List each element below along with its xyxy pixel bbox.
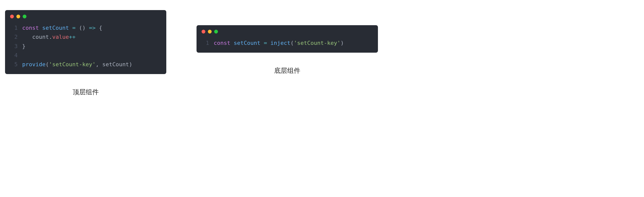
code-line: 5provide('setCount-key', setCount) bbox=[10, 60, 161, 69]
code-line: 2 count.value++ bbox=[10, 32, 161, 42]
code-window-right: 1const setCount = inject('setCount-key') bbox=[197, 25, 378, 53]
code-token bbox=[86, 25, 89, 31]
code-token: 'setCount-key' bbox=[294, 40, 340, 46]
line-number: 1 bbox=[10, 23, 18, 32]
code-token: value bbox=[52, 34, 69, 40]
maximize-icon bbox=[23, 15, 26, 18]
maximize-icon bbox=[214, 30, 218, 34]
caption-right: 底层组件 bbox=[274, 66, 300, 75]
code-token: . bbox=[49, 34, 52, 40]
code-token: { bbox=[99, 25, 102, 31]
code-token bbox=[39, 25, 42, 31]
line-number: 5 bbox=[10, 60, 18, 69]
code-content: count.value++ bbox=[22, 32, 76, 42]
code-token: => bbox=[89, 25, 96, 31]
code-content: const setCount = inject('setCount-key') bbox=[214, 39, 344, 48]
line-number: 4 bbox=[10, 51, 18, 60]
code-token bbox=[22, 34, 32, 40]
code-line: 1const setCount = () => { bbox=[10, 23, 161, 32]
code-token: 'setCount-key' bbox=[49, 61, 95, 68]
code-line: 1const setCount = inject('setCount-key') bbox=[202, 39, 373, 48]
code-token: = bbox=[264, 40, 267, 46]
code-token bbox=[76, 25, 79, 31]
code-token bbox=[95, 25, 99, 31]
code-token: ( bbox=[46, 61, 49, 68]
code-token: () bbox=[79, 25, 86, 31]
close-icon bbox=[202, 30, 205, 34]
code-content: const setCount = () => { bbox=[22, 23, 102, 32]
code-body-right: 1const setCount = inject('setCount-key') bbox=[197, 37, 378, 53]
code-token: count bbox=[32, 34, 49, 40]
line-number: 1 bbox=[202, 39, 209, 48]
close-icon bbox=[10, 15, 14, 18]
line-number: 3 bbox=[10, 42, 18, 51]
code-token: ++ bbox=[69, 34, 76, 40]
code-token: ) bbox=[129, 61, 132, 68]
line-number: 2 bbox=[10, 32, 18, 42]
code-token: const bbox=[214, 40, 230, 46]
code-content: provide('setCount-key', setCount) bbox=[22, 60, 132, 69]
code-token: ) bbox=[340, 40, 344, 46]
right-block: 1const setCount = inject('setCount-key')… bbox=[197, 10, 378, 75]
code-window-left: 1const setCount = () => {2 count.value++… bbox=[5, 10, 166, 74]
code-token bbox=[230, 40, 234, 46]
code-body-left: 1const setCount = () => {2 count.value++… bbox=[5, 21, 166, 74]
minimize-icon bbox=[208, 30, 212, 34]
code-token bbox=[260, 40, 264, 46]
code-token: = bbox=[72, 25, 76, 31]
code-token: , bbox=[95, 61, 102, 68]
code-token: setCount bbox=[234, 40, 260, 46]
code-line: 3} bbox=[10, 42, 161, 51]
code-token: provide bbox=[22, 61, 46, 68]
window-titlebar bbox=[197, 25, 378, 37]
code-token bbox=[69, 25, 72, 31]
left-block: 1const setCount = () => {2 count.value++… bbox=[5, 10, 166, 96]
code-token: const bbox=[22, 25, 39, 31]
code-token: setCount bbox=[102, 61, 129, 68]
code-token bbox=[267, 40, 270, 46]
code-token: inject bbox=[270, 40, 290, 46]
code-content: } bbox=[22, 42, 25, 51]
code-line: 4 bbox=[10, 51, 161, 60]
code-token: ( bbox=[291, 40, 294, 46]
code-token: setCount bbox=[42, 25, 69, 31]
window-titlebar bbox=[5, 10, 166, 21]
code-token: } bbox=[22, 43, 25, 49]
minimize-icon bbox=[16, 15, 20, 18]
caption-left: 顶层组件 bbox=[73, 88, 99, 96]
